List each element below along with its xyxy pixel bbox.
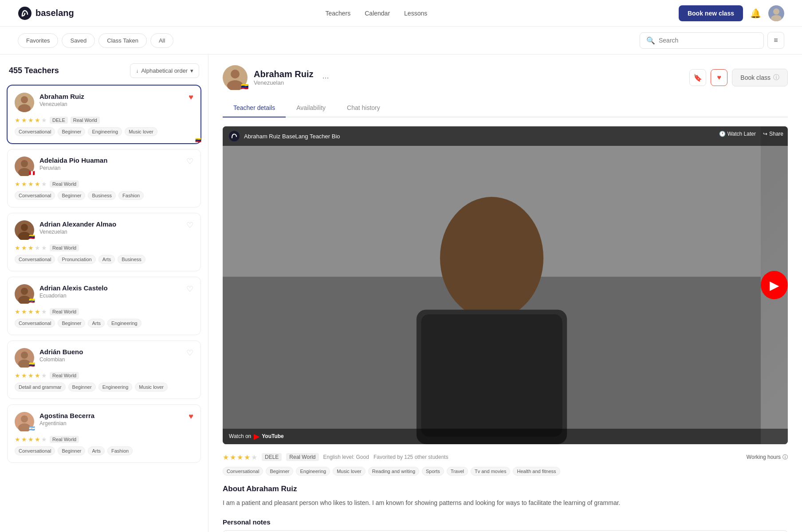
book-class-button[interactable]: Book class ⓘ: [732, 69, 788, 86]
teacher-name: Adrian Alexander Almao: [39, 220, 193, 228]
filter-saved[interactable]: Saved: [62, 33, 95, 48]
star-5: ★: [41, 308, 47, 315]
watch-on: Watch on ▶ YouTube: [229, 432, 284, 441]
star-1: ★: [15, 436, 20, 443]
tag-sports: Sports: [422, 467, 444, 476]
teacher-card[interactable]: 🇻🇪 Adrian Alexander Almao Venezuelan ♡ ★…: [7, 213, 201, 271]
teacher-card[interactable]: 🇨🇴 Adrián Bueno Colombian ♡ ★ ★ ★ ★ ★ Re…: [7, 340, 201, 399]
star-1: ★: [15, 180, 20, 188]
filter-options-button[interactable]: ≡: [767, 32, 784, 49]
user-avatar[interactable]: [768, 5, 784, 21]
star-5: ★: [41, 117, 47, 124]
star-5: ★: [41, 436, 47, 443]
star-rating: ★ ★ ★ ★ ★: [15, 436, 47, 443]
tag: Music lover: [135, 383, 168, 391]
video-logo: [229, 131, 240, 141]
working-hours-button[interactable]: Working hours ⓘ: [747, 454, 788, 461]
teacher-card-header: 🇪🇨 Adrian Alexis Castelo Ecuadorian ♡: [15, 284, 193, 304]
video-title: Abraham Ruiz BaseLang Teacher Bio: [244, 133, 340, 140]
rating-row: ★ ★ ★ ★ ★ DELE Real World English level:…: [223, 453, 788, 462]
heart-button[interactable]: ♥: [711, 69, 727, 86]
logo-text: baselang: [35, 8, 74, 18]
star-rating: ★ ★ ★ ★ ★: [15, 244, 47, 251]
tag: Conversational: [15, 319, 55, 328]
tag: Beginner: [58, 446, 85, 455]
heart-icon: ♥: [717, 74, 722, 82]
rating-star-5: ★: [251, 453, 257, 462]
nav-calendar[interactable]: Calendar: [365, 10, 390, 17]
video-controls: 🕐 Watch Later ↪ Share: [719, 131, 783, 137]
tag: Business: [118, 255, 145, 264]
star-5: ★: [41, 372, 47, 379]
tab-teacher-details[interactable]: Teacher details: [223, 99, 286, 117]
tag: Engineering: [88, 127, 122, 136]
teacher-name: Adrian Alexis Castelo: [39, 284, 193, 292]
favorite-button[interactable]: ♥: [189, 93, 193, 102]
about-text: I am a patient and pleasant person who l…: [223, 498, 788, 508]
book-class-label: Book class: [740, 74, 771, 81]
tab-chat-history[interactable]: Chat history: [336, 99, 391, 117]
book-new-class-button[interactable]: Book new class: [679, 5, 743, 21]
tag: Fashion: [107, 446, 133, 455]
detail-panel: 🇻🇪 Abraham Ruiz Venezuelan ··· 🔖 ♥ Book …: [208, 55, 802, 532]
teacher-card[interactable]: 🇦🇷 Agostina Becerra Argentinian ♥ ★ ★ ★ …: [7, 404, 201, 463]
badge-real-world: Real World: [50, 308, 79, 315]
star-rating: ★ ★ ★ ★ ★: [15, 308, 47, 315]
svg-point-8: [21, 160, 28, 167]
tag: Music lover: [125, 127, 157, 136]
tag-music-lover: Music lover: [333, 467, 366, 476]
share-icon: ↪: [763, 131, 767, 137]
favorite-button[interactable]: ♡: [186, 284, 193, 294]
sidebar-header: 455 Teachers ↓ Alphabetical order ▾: [7, 63, 201, 78]
play-button[interactable]: ▶: [761, 271, 788, 299]
favorite-button[interactable]: ♡: [186, 156, 193, 166]
favorite-button[interactable]: ♡: [186, 220, 193, 230]
filter-class-taken[interactable]: Class Taken: [98, 33, 147, 48]
avatar: 🇻🇪: [15, 93, 34, 112]
star-rating: ★ ★ ★ ★ ★: [15, 117, 47, 124]
filter-all[interactable]: All: [150, 33, 173, 48]
video-container[interactable]: Abraham Ruiz BaseLang Teacher Bio 🕐 Watc…: [223, 126, 788, 444]
bookmark-button[interactable]: 🔖: [689, 69, 706, 86]
teacher-card[interactable]: 🇪🇨 Adrian Alexis Castelo Ecuadorian ♡ ★ …: [7, 277, 201, 335]
detail-actions: 🔖 ♥ Book class ⓘ: [689, 69, 788, 86]
teacher-card[interactable]: 🇻🇪 Abraham Ruiz Venezuelan ♥ ★ ★ ★ ★ ★ D…: [7, 85, 201, 144]
filter-bar: Favorites Saved Class Taken All 🔍 ≡: [0, 27, 802, 55]
badge-real-world: Real World: [50, 436, 79, 443]
search-input[interactable]: [659, 37, 757, 44]
star-2: ★: [21, 117, 27, 124]
sort-label: Alphabetical order: [141, 67, 188, 74]
personal-notes-section: Personal notes: [223, 518, 788, 532]
teacher-name: Adelaida Pio Huaman: [39, 156, 193, 164]
favorite-button[interactable]: ♥: [189, 412, 193, 421]
watch-later-button[interactable]: 🕐 Watch Later: [719, 131, 756, 137]
nav-teachers[interactable]: Teachers: [325, 10, 350, 17]
detail-teacher-nationality: Venezuelan: [254, 79, 313, 86]
tags: Conversational Pronunciation Arts Busine…: [15, 255, 193, 264]
nav-lessons[interactable]: Lessons: [404, 10, 427, 17]
share-button[interactable]: ↪ Share: [763, 131, 783, 137]
detail-teacher-name: Abraham Ruiz: [254, 69, 313, 79]
svg-point-5: [21, 96, 28, 103]
personal-notes-input[interactable]: [223, 530, 788, 532]
star-4: ★: [35, 244, 40, 251]
teacher-nationality: Peruvian: [39, 165, 193, 171]
svg-point-17: [21, 352, 28, 359]
rating-star-1: ★: [223, 453, 229, 462]
tag: Beginner: [68, 383, 96, 391]
watch-later-label: Watch Later: [727, 131, 756, 137]
tag: Arts: [98, 255, 115, 264]
more-options-button[interactable]: ···: [319, 73, 331, 82]
sort-dropdown[interactable]: ↓ Alphabetical order ▾: [130, 63, 199, 78]
rating-badge-dele: DELE: [262, 453, 282, 461]
teacher-card[interactable]: 🇵🇪 Adelaida Pio Huaman Peruvian ♡ ★ ★ ★ …: [7, 149, 201, 207]
logo[interactable]: baselang: [18, 6, 74, 20]
tag: Beginner: [58, 319, 85, 328]
favorite-button[interactable]: ♡: [186, 348, 193, 358]
tag: Fashion: [118, 191, 144, 200]
bell-icon[interactable]: 🔔: [750, 8, 761, 19]
svg-point-11: [21, 224, 28, 231]
filter-favorites[interactable]: Favorites: [18, 33, 58, 48]
teacher-nationality: Colombian: [39, 356, 193, 363]
tab-availability[interactable]: Availability: [286, 99, 336, 117]
